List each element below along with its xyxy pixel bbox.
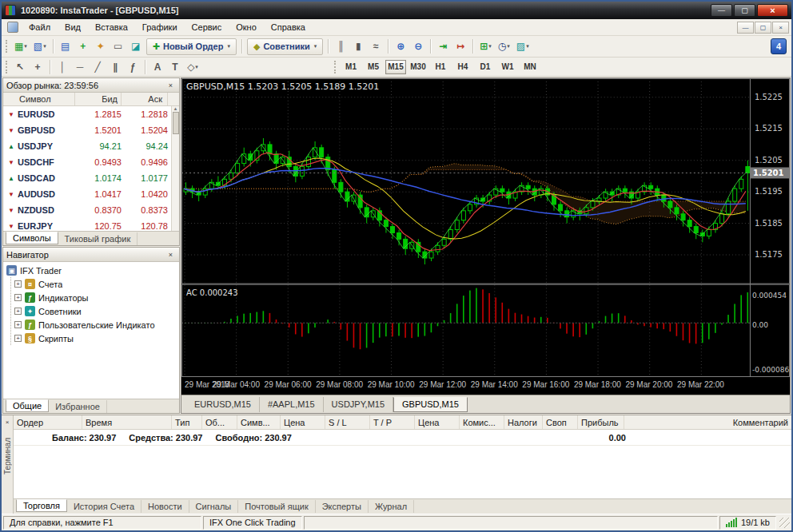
market-watch-tab-1[interactable]: Тиковый график — [58, 232, 138, 245]
market-watch-toggle-button[interactable]: ▤ — [58, 38, 74, 54]
market-watch-row[interactable]: ▼GBPUSD1.52011.5204 — [3, 122, 179, 138]
timeframe-button-M1[interactable]: M1 — [341, 60, 361, 74]
timeframe-button-H4[interactable]: H4 — [452, 60, 473, 74]
candlestick-mode-button[interactable]: ▮ — [350, 38, 366, 54]
close-button[interactable]: × — [757, 4, 788, 17]
mdi-restore-button[interactable]: ▢ — [755, 22, 771, 34]
chart-tab-3[interactable]: GBPUSD,M15 — [393, 397, 468, 412]
templates-button[interactable]: ▨▾ — [514, 38, 532, 54]
toolbar-grip[interactable] — [6, 61, 9, 73]
time-axis[interactable]: 29 Mar 201329 Mar 04:0029 Mar 06:0029 Ma… — [181, 377, 790, 395]
bar-chart-mode-button[interactable]: ║ — [333, 38, 349, 54]
menu-item-0[interactable]: Файл — [22, 21, 58, 34]
minimize-button[interactable]: — — [711, 4, 732, 17]
expert-advisors-button[interactable]: ◆ Советники ▾ — [247, 38, 323, 55]
market-watch-scrollbar[interactable]: ▲ — [171, 106, 179, 231]
terminal-tab-4[interactable]: Почтовый ящик — [238, 500, 315, 513]
resize-grip[interactable] — [779, 518, 790, 528]
zoom-in-button[interactable]: ⊕ — [393, 38, 408, 54]
one-click-trading-segment[interactable]: IFX One Click Trading — [203, 516, 302, 530]
chart-tab-1[interactable]: #AAPL,M15 — [260, 397, 324, 412]
scroll-up-icon[interactable]: ▲ — [173, 106, 178, 111]
community-icon[interactable]: 4 — [771, 38, 787, 54]
crosshair-tool-button[interactable]: + — [30, 59, 46, 75]
menu-item-3[interactable]: Графики — [135, 21, 185, 34]
channel-tool-button[interactable]: ∥ — [107, 59, 123, 75]
cursor-tool-button[interactable]: ↖ — [12, 59, 28, 75]
chart-tab-2[interactable]: USDJPY,M15 — [324, 397, 393, 412]
timeframe-button-M15[interactable]: M15 — [385, 60, 406, 74]
tree-expand-toggle[interactable]: + — [14, 294, 22, 301]
terminal-toggle-button[interactable]: ▭ — [110, 38, 126, 54]
tree-expand-toggle[interactable]: + — [14, 321, 22, 328]
market-watch-row[interactable]: ▼NZDUSD0.83700.8373 — [3, 202, 179, 218]
close-icon[interactable]: × — [165, 80, 176, 90]
line-chart-mode-button[interactable]: ≈ — [368, 38, 384, 54]
indicators-button[interactable]: ⊞▾ — [477, 38, 494, 54]
market-watch-row[interactable]: ▼USDCHF0.94930.9496 — [3, 154, 179, 170]
trendline-tool-button[interactable]: ╱ — [90, 59, 106, 75]
market-watch-row[interactable]: ▼EURJPY120.75120.78 — [3, 218, 179, 231]
navigator-tab-0[interactable]: Общие — [6, 399, 49, 412]
horizontal-line-tool-button[interactable]: ─ — [72, 59, 88, 75]
terminal-tab-6[interactable]: Журнал — [369, 500, 414, 513]
strategy-tester-button[interactable]: ◪ — [128, 38, 144, 54]
navigator-tab-1[interactable]: Избранное — [49, 400, 107, 413]
menu-item-5[interactable]: Окно — [229, 21, 264, 34]
profiles-button[interactable]: ▧▾ — [31, 38, 49, 54]
tree-expand-toggle[interactable]: + — [14, 308, 22, 315]
toolbar-grip[interactable] — [6, 40, 9, 53]
terminal-tab-3[interactable]: Сигналы — [189, 500, 239, 513]
label-tool-button[interactable]: T — [167, 59, 183, 75]
timeframe-button-M30[interactable]: M30 — [408, 60, 428, 74]
toolbar-grip[interactable] — [334, 61, 337, 73]
price-chart[interactable]: 1.52251.52151.52051.51951.51851.51750.00… — [181, 78, 790, 377]
close-icon[interactable]: × — [165, 249, 176, 260]
mdi-minimize-button[interactable]: — — [737, 22, 754, 34]
timeframe-button-H1[interactable]: H1 — [430, 60, 451, 74]
timeframe-button-D1[interactable]: D1 — [475, 60, 496, 74]
market-watch-tab-0[interactable]: Символы — [6, 232, 58, 244]
market-watch-row[interactable]: ▼EURUSD1.28151.2818 — [3, 106, 179, 122]
terminal-tab-5[interactable]: Эксперты — [316, 500, 369, 513]
vertical-line-tool-button[interactable]: │ — [54, 59, 70, 75]
tree-expand-toggle[interactable]: + — [14, 335, 22, 342]
data-window-button[interactable]: + — [75, 38, 91, 54]
mdi-close-button[interactable]: × — [772, 22, 789, 34]
timeframe-button-MN[interactable]: MN — [520, 60, 540, 74]
periods-button[interactable]: ◷▾ — [496, 38, 512, 54]
tree-expand-toggle[interactable]: + — [14, 280, 22, 288]
shapes-tool-button[interactable]: ◇▾ — [185, 59, 201, 75]
timeframe-button-M5[interactable]: M5 — [363, 60, 384, 74]
tree-root-ifx-trader[interactable]: ▣IFX Trader — [3, 264, 179, 277]
navigator-toggle-button[interactable]: ✦ — [93, 38, 109, 54]
terminal-tab-2[interactable]: Новости — [141, 500, 189, 513]
terminal-tab-1[interactable]: История Счета — [67, 500, 141, 513]
chart-shift-button[interactable]: ↦ — [452, 38, 468, 54]
text-tool-button[interactable]: A — [149, 59, 165, 75]
menu-item-2[interactable]: Вставка — [88, 21, 135, 34]
menu-item-1[interactable]: Вид — [58, 21, 88, 34]
tree-item-0[interactable]: +¤Счета — [11, 277, 179, 291]
new-chart-button[interactable]: ▦▾ — [12, 38, 30, 54]
chart-tab-0[interactable]: EURUSD,M15 — [186, 397, 260, 412]
auto-scroll-button[interactable]: ⇥ — [435, 38, 451, 54]
menu-item-4[interactable]: Сервис — [185, 21, 229, 34]
terminal-tab-0[interactable]: Торговля — [16, 499, 67, 512]
restore-button[interactable]: ▢ — [734, 4, 755, 17]
tree-item-1[interactable]: +ƒИндикаторы — [11, 291, 179, 304]
timeframe-button-W1[interactable]: W1 — [497, 60, 518, 74]
tree-item-2[interactable]: +✦Советники — [11, 304, 179, 318]
zoom-out-button[interactable]: ⊖ — [410, 38, 426, 54]
market-watch-row[interactable]: ▼AUDUSD1.04171.0420 — [3, 186, 179, 202]
tree-item-4[interactable]: +§Скрипты — [11, 332, 179, 345]
time-axis-label: 29 Mar 22:00 — [677, 380, 724, 389]
close-icon[interactable]: × — [3, 418, 12, 427]
menu-item-6[interactable]: Справка — [264, 21, 313, 34]
tree-item-3[interactable]: +ƒПользовательские Индикато — [11, 318, 179, 332]
market-watch-row[interactable]: ▲USDCAD1.01741.0177 — [3, 170, 179, 186]
new-order-button[interactable]: ✚ Новый Ордер ▾ — [146, 38, 237, 55]
market-watch-row[interactable]: ▲USDJPY94.2194.24 — [3, 138, 179, 154]
scrollbar-thumb[interactable] — [173, 112, 179, 134]
fibonacci-tool-button[interactable]: ƒ — [125, 59, 141, 75]
